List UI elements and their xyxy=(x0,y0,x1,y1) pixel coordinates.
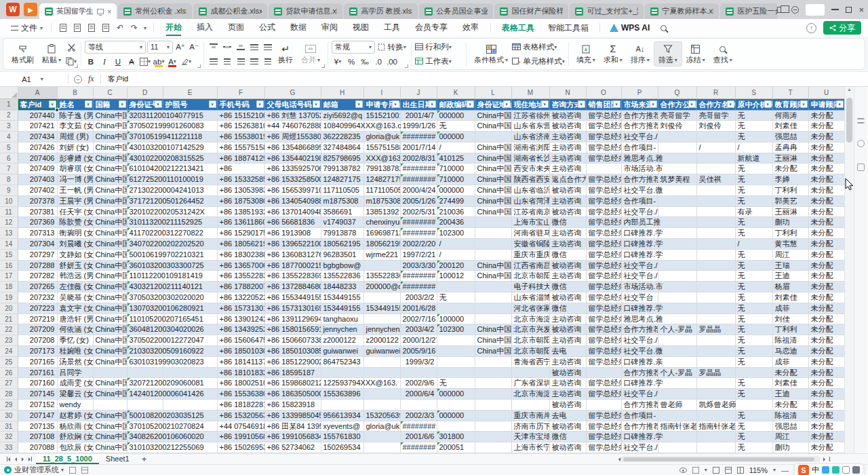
clear-format-button[interactable]: ▾ xyxy=(180,56,192,68)
cell[interactable]: China中国 xyxy=(93,303,127,314)
cell[interactable]: 去电 xyxy=(549,410,586,421)
cell[interactable]: 刘素佳 xyxy=(772,121,808,132)
cell[interactable]: 2002/5/31 xyxy=(400,206,437,217)
cell[interactable] xyxy=(475,421,511,432)
cell[interactable] xyxy=(511,400,549,411)
cell[interactable]: 主动咨询 xyxy=(549,195,586,206)
cell[interactable]: 王丽淋 xyxy=(772,206,808,217)
cell[interactable] xyxy=(93,400,127,411)
row-number[interactable]: 3 xyxy=(0,121,18,132)
cell[interactable]: +86 1598680212 xyxy=(264,378,321,389)
cell[interactable]: 未分配 xyxy=(808,228,844,239)
percent-format-button[interactable]: % xyxy=(345,56,357,68)
document-tab[interactable]: 成都公积金.xlsx xyxy=(193,3,267,19)
cell[interactable]: 1999/1/26 xyxy=(400,121,437,132)
cell[interactable]: 无 xyxy=(735,303,772,314)
cell[interactable]: 山东省济南 xyxy=(511,132,549,142)
cell[interactable]: guiwanwei xyxy=(321,346,363,357)
insert-function-button[interactable]: fx xyxy=(88,74,94,84)
cell[interactable]: +86 15320563 xyxy=(217,410,264,421)
fill-button[interactable]: 填充▾ xyxy=(572,42,599,66)
document-tab[interactable]: 宁夏教师样本.xlsx xyxy=(645,3,719,19)
cell[interactable] xyxy=(363,367,400,378)
cell[interactable]: 湖南省浏阳 xyxy=(511,142,549,153)
cell[interactable]: 留学总经办 xyxy=(586,121,621,132)
cell[interactable]: China中国 xyxy=(93,346,127,357)
cell[interactable]: 王一帆 (男 xyxy=(57,185,93,196)
cell[interactable]: +86 15290175 xyxy=(217,228,264,239)
cell[interactable]: 207378 xyxy=(18,195,57,206)
cell[interactable]: 北京市朝阳 xyxy=(511,335,549,346)
group-expander-icon[interactable] xyxy=(405,64,408,68)
cell[interactable]: 被动咨询 xyxy=(549,400,586,411)
cell[interactable]: China中国 xyxy=(93,217,127,228)
cell[interactable]: 无 xyxy=(735,110,772,121)
cell[interactable]: 未分配 xyxy=(808,356,844,367)
column-letter[interactable]: N xyxy=(549,87,586,98)
column-letter[interactable]: T xyxy=(772,87,808,98)
formula-input[interactable]: 客户id xyxy=(108,74,129,84)
column-letter[interactable]: B xyxy=(57,87,93,98)
cell[interactable]: +86 1340540988 xyxy=(264,195,321,206)
cell[interactable]: ######## xyxy=(400,271,437,282)
cell[interactable]: jennychen xyxy=(321,324,363,335)
cell[interactable]: 留学总经办 xyxy=(586,356,621,367)
cell[interactable]: 122593794XXX@163. xyxy=(321,378,363,389)
cell[interactable]: +86 1573130169 xyxy=(264,303,321,314)
cell[interactable]: 2002/9/6 xyxy=(400,378,437,389)
cell[interactable]: 雅思考点.雅 xyxy=(621,153,658,164)
cell[interactable]: 刘素佳 xyxy=(772,292,808,303)
font-color-button[interactable]: A▾ xyxy=(166,56,178,68)
sheet-tab[interactable]: 11_28_5_1000 xyxy=(36,454,99,464)
zoom-out-button[interactable]: — xyxy=(781,466,789,474)
cell[interactable]: 124827175 xyxy=(363,174,400,185)
cell[interactable]: ######## xyxy=(400,442,437,453)
column-letter[interactable]: G xyxy=(264,87,321,98)
cell[interactable]: 江西省南昌 xyxy=(511,260,549,271)
cell[interactable] xyxy=(696,314,735,324)
cell[interactable]: guiwanwei xyxy=(363,346,400,357)
cell[interactable]: 151521001 xyxy=(363,110,400,121)
menu-tab[interactable]: 插入 xyxy=(189,19,220,37)
cell[interactable]: 207402 xyxy=(18,185,57,196)
cell[interactable]: +86 xyxy=(217,164,264,174)
cell[interactable]: 未分配 xyxy=(808,400,844,411)
cell[interactable]: 155363896 xyxy=(321,389,363,400)
cell[interactable]: +86 17882007 xyxy=(217,282,264,292)
cell[interactable]: +86 1391129694 xyxy=(264,314,321,324)
row-number[interactable]: 7 xyxy=(0,164,18,174)
cell[interactable]: 135522836 xyxy=(363,271,400,282)
cell[interactable]: +86 1863505000 xyxy=(264,389,321,400)
cell[interactable]: 北京市朝阳 xyxy=(511,271,549,282)
cell[interactable]: 陕西省西安 xyxy=(511,174,549,185)
cell[interactable]: China中国 xyxy=(475,324,511,335)
cell[interactable]: 丁利利 xyxy=(772,324,808,335)
filter-dropdown-button[interactable]: ▾ xyxy=(392,100,399,108)
cell[interactable]: 留学总经办 xyxy=(586,228,621,239)
cell[interactable]: 无 xyxy=(735,389,772,400)
cell[interactable] xyxy=(658,389,696,400)
cell[interactable]: 微信 xyxy=(549,432,586,442)
cell[interactable]: +86 18595187 xyxy=(264,367,321,378)
quickbar-dropdown-icon[interactable]: ▾ xyxy=(144,25,146,31)
cell[interactable]: China中国 xyxy=(93,442,127,453)
cell[interactable]: 110112200109181419 xyxy=(127,271,163,282)
cell[interactable]: +86 13053983 xyxy=(217,185,264,196)
cell[interactable]: 王迪 xyxy=(772,271,808,282)
cell[interactable] xyxy=(696,378,735,389)
cell[interactable]: 无 xyxy=(735,432,772,442)
cell[interactable]: 117110505 xyxy=(321,185,363,196)
cell[interactable]: 唐浩轩 (男 xyxy=(57,314,93,324)
cell[interactable]: 留学总经办 xyxy=(586,271,621,282)
cell[interactable]: 留学总经办 xyxy=(586,239,621,250)
cell[interactable]: 陈祖清 xyxy=(772,410,808,421)
cell[interactable]: +86 1370140948 xyxy=(264,206,321,217)
cell[interactable]: China中国 xyxy=(475,206,511,217)
cell[interactable] xyxy=(363,389,400,400)
row-number[interactable]: 2 xyxy=(0,110,18,121)
cell[interactable] xyxy=(321,400,363,411)
cell[interactable] xyxy=(696,453,735,454)
cell[interactable]: 无 xyxy=(735,292,772,303)
cell[interactable]: 王晨宇 (男 xyxy=(57,195,93,206)
cell[interactable]: 刘晨曦 (女 xyxy=(57,239,93,250)
